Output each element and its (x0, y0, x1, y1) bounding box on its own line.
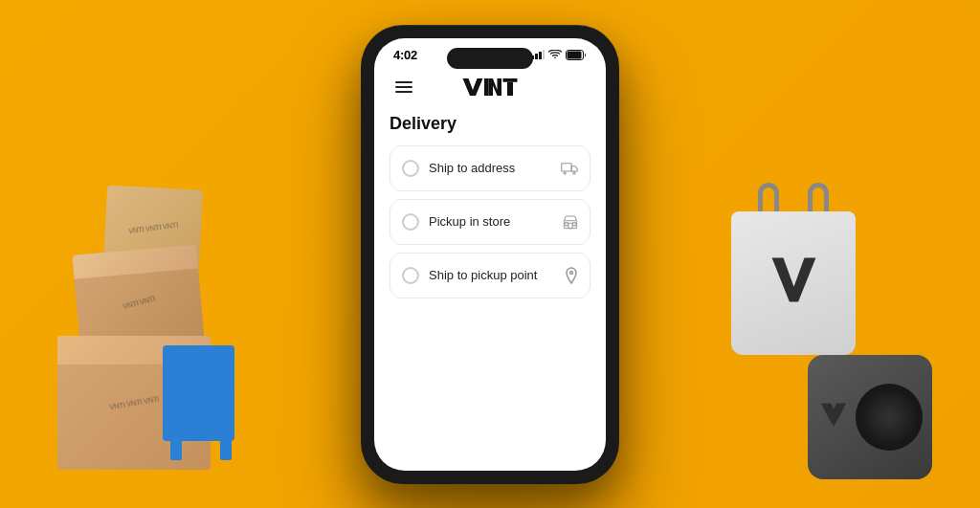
location-icon (565, 267, 578, 284)
pickup-in-store-label: Pickup in store (429, 214, 510, 229)
speaker (808, 355, 932, 479)
radio-ship-to-address[interactable] (402, 160, 419, 177)
ship-to-pickup-point-label: Ship to pickup point (429, 268, 537, 282)
phone-screen: 4:02 (374, 38, 606, 471)
phone-body: 4:02 (361, 25, 619, 484)
svg-rect-14 (564, 220, 576, 228)
truck-icon (561, 161, 578, 176)
bag-body (731, 211, 856, 355)
nav-bar (374, 66, 606, 106)
radio-pickup-in-store[interactable] (402, 213, 419, 231)
svg-rect-3 (543, 50, 545, 59)
status-icons (531, 50, 587, 60)
ship-to-address-label: Ship to address (429, 161, 515, 175)
ship-to-address-option[interactable]: Ship to address (390, 145, 590, 191)
svg-rect-1 (535, 54, 538, 59)
svg-marker-22 (829, 419, 838, 427)
svg-marker-21 (821, 404, 846, 419)
svg-rect-5 (568, 51, 582, 58)
status-time: 4:02 (393, 48, 417, 62)
svg-rect-15 (568, 223, 572, 228)
speaker-grille (856, 384, 923, 451)
signal-icon (531, 50, 545, 59)
vnti-logo-svg (461, 74, 519, 100)
svg-rect-11 (562, 163, 572, 170)
dynamic-island (447, 48, 533, 69)
ship-to-pickup-point-option[interactable]: Ship to pickup point (390, 253, 590, 298)
bag-logo (768, 254, 820, 313)
delivery-title: Delivery (390, 114, 590, 134)
blue-cart (163, 307, 239, 460)
svg-point-12 (564, 171, 566, 173)
svg-rect-10 (507, 81, 513, 95)
store-icon (563, 214, 578, 230)
svg-point-13 (573, 171, 575, 173)
svg-rect-7 (484, 78, 489, 96)
scene: VNTI VNTI VNTI VNTI VNTI VNTI VNTI VNTI … (0, 0, 980, 508)
app-logo (461, 74, 519, 100)
svg-marker-8 (489, 78, 502, 96)
decorative-items-right (683, 164, 932, 479)
speaker-logo (819, 402, 848, 433)
app-content: Delivery Ship to address (374, 106, 606, 314)
pickup-in-store-option[interactable]: Pickup in store (390, 199, 590, 245)
svg-rect-16 (566, 222, 568, 225)
svg-rect-9 (503, 78, 518, 82)
svg-point-18 (570, 271, 573, 274)
phone: 4:02 (361, 25, 619, 484)
battery-icon (566, 50, 587, 60)
wifi-icon (548, 50, 562, 59)
svg-rect-2 (539, 52, 542, 59)
svg-marker-6 (463, 78, 483, 96)
svg-rect-17 (573, 222, 576, 225)
shopping-bag (731, 183, 856, 355)
hamburger-menu[interactable] (391, 77, 416, 97)
radio-ship-to-pickup-point[interactable] (402, 267, 419, 284)
